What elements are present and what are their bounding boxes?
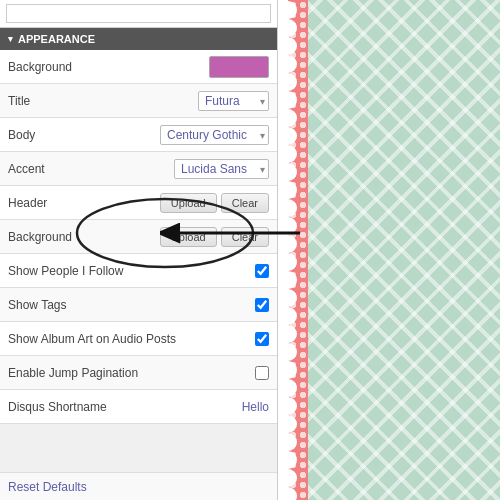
background-btn-group: Upload Clear bbox=[160, 227, 269, 247]
accent-font-select[interactable]: Lucida Sans Arial Georgia bbox=[174, 159, 269, 179]
chevron-background bbox=[298, 0, 500, 500]
background-color-row: Background bbox=[0, 50, 277, 84]
body-font-select-wrapper: Century Gothic Arial Georgia bbox=[160, 125, 269, 145]
disqus-value: Hello bbox=[242, 400, 269, 414]
section-title: APPEARANCE bbox=[18, 33, 95, 45]
body-select-value: Century Gothic Arial Georgia bbox=[160, 125, 269, 145]
body-font-select[interactable]: Century Gothic Arial Georgia bbox=[160, 125, 269, 145]
background-upload-label: Background bbox=[8, 230, 160, 244]
header-upload-label: Header bbox=[8, 196, 160, 210]
show-album-art-row: Show Album Art on Audio Posts bbox=[0, 322, 277, 356]
body-row: Body Century Gothic Arial Georgia bbox=[0, 118, 277, 152]
header-clear-button[interactable]: Clear bbox=[221, 193, 269, 213]
show-album-art-checkbox[interactable] bbox=[255, 332, 269, 346]
top-textarea-area bbox=[0, 0, 277, 28]
settings-body: Background Title Futura Arial Georgia bbox=[0, 50, 277, 472]
show-tags-row: Show Tags bbox=[0, 288, 277, 322]
appearance-section-header: ▾ APPEARANCE bbox=[0, 28, 277, 50]
disqus-row: Disqus Shortname Hello bbox=[0, 390, 277, 424]
reset-defaults-link[interactable]: Reset Defaults bbox=[8, 480, 87, 494]
background-clear-button[interactable]: Clear bbox=[221, 227, 269, 247]
show-album-art-label: Show Album Art on Audio Posts bbox=[8, 332, 255, 346]
title-row: Title Futura Arial Georgia bbox=[0, 84, 277, 118]
left-panel: ▾ APPEARANCE Background Title Futura Ari bbox=[0, 0, 278, 500]
reset-row: Reset Defaults bbox=[0, 472, 277, 500]
show-people-label: Show People I Follow bbox=[8, 264, 255, 278]
background-color-value bbox=[209, 56, 269, 78]
header-upload-button[interactable]: Upload bbox=[160, 193, 217, 213]
disqus-value-wrapper: Hello bbox=[242, 400, 269, 414]
background-color-label: Background bbox=[8, 60, 209, 74]
show-people-checkbox-wrapper bbox=[255, 264, 269, 278]
background-upload-row: Background Upload Clear bbox=[0, 220, 277, 254]
top-textarea[interactable] bbox=[6, 4, 271, 23]
svg-rect-2 bbox=[278, 0, 288, 500]
title-select-wrapper: Futura Arial Georgia bbox=[198, 91, 269, 111]
show-tags-checkbox[interactable] bbox=[255, 298, 269, 312]
right-decorative-panel: // Generate scallop circles bbox=[278, 0, 500, 500]
show-album-art-checkbox-wrapper bbox=[255, 332, 269, 346]
accent-select-value: Lucida Sans Arial Georgia bbox=[174, 159, 269, 179]
show-people-row: Show People I Follow bbox=[0, 254, 277, 288]
background-upload-button[interactable]: Upload bbox=[160, 227, 217, 247]
show-tags-label: Show Tags bbox=[8, 298, 255, 312]
header-btn-group: Upload Clear bbox=[160, 193, 269, 213]
title-font-select-wrapper: Futura Arial Georgia bbox=[198, 91, 269, 111]
background-color-swatch[interactable] bbox=[209, 56, 269, 78]
enable-jump-label: Enable Jump Pagination bbox=[8, 366, 255, 380]
show-people-checkbox[interactable] bbox=[255, 264, 269, 278]
show-tags-checkbox-wrapper bbox=[255, 298, 269, 312]
accent-row: Accent Lucida Sans Arial Georgia bbox=[0, 152, 277, 186]
title-label: Title bbox=[8, 94, 198, 108]
section-arrow: ▾ bbox=[8, 34, 13, 44]
enable-jump-row: Enable Jump Pagination bbox=[0, 356, 277, 390]
scallop-svg: // Generate scallop circles bbox=[278, 0, 300, 500]
accent-font-select-wrapper: Lucida Sans Arial Georgia bbox=[174, 159, 269, 179]
body-label: Body bbox=[8, 128, 160, 142]
disqus-label: Disqus Shortname bbox=[8, 400, 242, 414]
accent-label: Accent bbox=[8, 162, 174, 176]
enable-jump-checkbox-wrapper bbox=[255, 366, 269, 380]
title-font-select[interactable]: Futura Arial Georgia bbox=[198, 91, 269, 111]
header-upload-row: Header Upload Clear bbox=[0, 186, 277, 220]
enable-jump-checkbox[interactable] bbox=[255, 366, 269, 380]
